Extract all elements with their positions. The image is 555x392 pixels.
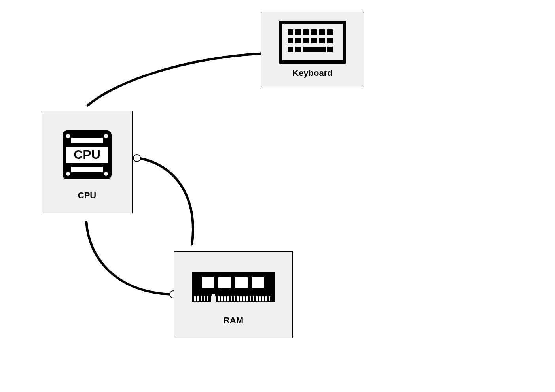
svg-rect-71 bbox=[237, 296, 239, 301]
svg-rect-10 bbox=[327, 29, 333, 35]
svg-rect-14 bbox=[311, 38, 317, 43]
svg-rect-31 bbox=[202, 277, 214, 288]
svg-rect-75 bbox=[250, 296, 251, 301]
cpu-icon: CPU bbox=[55, 123, 119, 187]
edge-ram-to-cpu bbox=[86, 221, 177, 298]
svg-rect-61 bbox=[197, 296, 199, 301]
node-keyboard-label: Keyboard bbox=[292, 68, 332, 78]
svg-rect-79 bbox=[262, 296, 264, 301]
svg-rect-11 bbox=[288, 38, 293, 43]
svg-point-24 bbox=[66, 172, 70, 176]
svg-rect-20 bbox=[327, 47, 333, 52]
svg-rect-34 bbox=[252, 277, 264, 288]
svg-rect-64 bbox=[207, 296, 208, 301]
svg-rect-77 bbox=[256, 296, 258, 301]
keyboard-icon bbox=[279, 21, 346, 64]
svg-rect-16 bbox=[327, 38, 333, 43]
svg-point-23 bbox=[104, 134, 108, 138]
svg-rect-32 bbox=[218, 277, 231, 288]
svg-rect-66 bbox=[221, 296, 223, 301]
svg-rect-26 bbox=[71, 138, 103, 143]
svg-rect-60 bbox=[194, 296, 196, 301]
node-ram[interactable]: RAM bbox=[174, 251, 293, 338]
svg-rect-68 bbox=[227, 296, 229, 301]
svg-point-25 bbox=[104, 172, 108, 176]
svg-point-22 bbox=[66, 134, 70, 138]
svg-rect-19 bbox=[303, 47, 326, 52]
svg-rect-72 bbox=[240, 296, 242, 301]
svg-rect-70 bbox=[234, 296, 235, 301]
edge-cpu-to-ram bbox=[133, 155, 193, 245]
svg-rect-18 bbox=[295, 47, 301, 52]
svg-rect-80 bbox=[265, 296, 267, 301]
svg-rect-12 bbox=[295, 38, 301, 43]
svg-rect-29 bbox=[71, 167, 103, 172]
svg-rect-73 bbox=[243, 296, 245, 301]
svg-text:CPU: CPU bbox=[74, 147, 100, 162]
svg-rect-74 bbox=[246, 296, 248, 301]
svg-rect-62 bbox=[201, 296, 202, 301]
svg-rect-65 bbox=[218, 296, 220, 301]
edge-keyboard-to-cpu bbox=[87, 50, 268, 106]
svg-rect-81 bbox=[269, 296, 270, 301]
svg-rect-8 bbox=[311, 29, 317, 35]
svg-rect-13 bbox=[303, 38, 309, 43]
svg-rect-69 bbox=[231, 296, 232, 301]
svg-rect-76 bbox=[253, 296, 254, 301]
ram-icon bbox=[188, 264, 279, 311]
svg-rect-6 bbox=[295, 29, 301, 35]
svg-rect-9 bbox=[319, 29, 325, 35]
svg-point-2 bbox=[133, 155, 140, 162]
svg-rect-33 bbox=[235, 277, 248, 288]
node-ram-label: RAM bbox=[224, 315, 243, 326]
svg-rect-78 bbox=[259, 296, 261, 301]
node-cpu-label: CPU bbox=[78, 190, 96, 201]
svg-rect-15 bbox=[319, 38, 325, 43]
svg-rect-17 bbox=[288, 47, 293, 52]
svg-rect-7 bbox=[303, 29, 309, 35]
node-cpu[interactable]: CPU CPU bbox=[42, 111, 133, 213]
svg-rect-82 bbox=[211, 296, 216, 302]
node-keyboard[interactable]: Keyboard bbox=[261, 12, 364, 87]
svg-rect-5 bbox=[288, 29, 293, 35]
svg-rect-63 bbox=[204, 296, 205, 301]
svg-rect-67 bbox=[224, 296, 226, 301]
